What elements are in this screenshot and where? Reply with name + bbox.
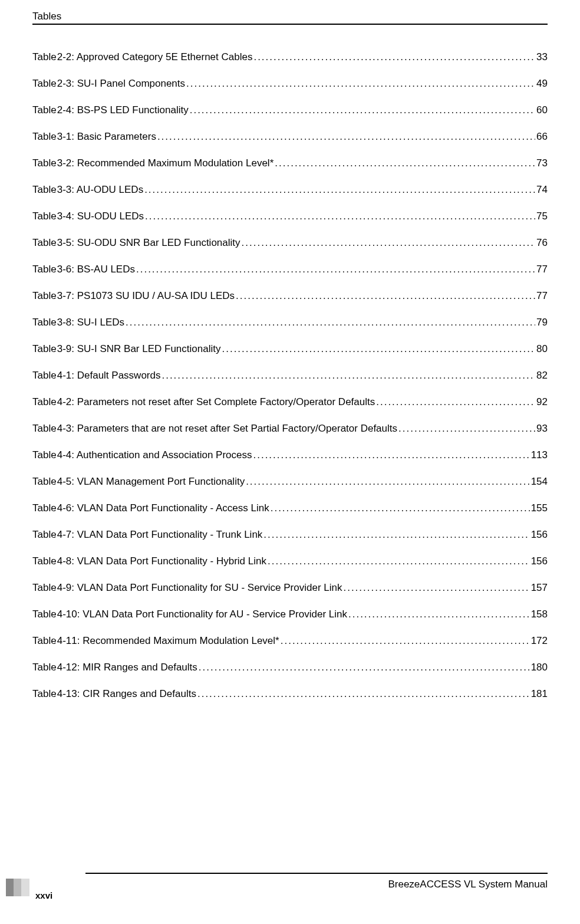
toc-page-number: 154 [531, 476, 548, 488]
toc-title: Table 4-3: Parameters that are not reset… [32, 423, 397, 435]
toc-page-number: 74 [536, 184, 548, 196]
toc-title: Table 4-10: VLAN Data Port Functionality… [32, 609, 347, 620]
toc-leader-dots: ........................................… [263, 529, 529, 541]
toc-leader-dots: ........................................… [275, 157, 535, 169]
page-number-box: xxvi [32, 879, 52, 900]
toc-title: Table 2-3: SU-I Panel Components [32, 78, 185, 90]
toc-page-number: 82 [536, 370, 548, 382]
toc-entry: Table 4-1: Default Passwords............… [32, 370, 548, 382]
toc-page-number: 113 [531, 449, 548, 461]
toc-entry: Table 4-6: VLAN Data Port Functionality … [32, 502, 548, 514]
toc-title: Table 4-2: Parameters not reset after Se… [32, 396, 375, 408]
toc-leader-dots: ........................................… [190, 104, 535, 116]
toc-leader-dots: ........................................… [236, 290, 535, 302]
toc-entry: Table 4-3: Parameters that are not reset… [32, 423, 548, 435]
toc-page-number: 66 [536, 131, 548, 143]
footer-divider [85, 873, 548, 874]
toc-entry: Table 4-4: Authentication and Associatio… [32, 449, 548, 461]
toc-page-number: 80 [536, 343, 548, 355]
toc-leader-dots: ........................................… [126, 317, 535, 328]
toc-entry: Table 3-3: AU-ODU LEDs..................… [32, 184, 548, 196]
toc-entry: Table 2-4: BS-PS LED Functionality......… [32, 104, 548, 116]
footer-content: xxvi BreezeACCESS VL System Manual [32, 879, 548, 900]
toc-title: Table 3-3: AU-ODU LEDs [32, 184, 143, 196]
toc-leader-dots: ........................................… [253, 51, 535, 63]
toc-leader-dots: ........................................… [376, 396, 535, 408]
toc-page-number: 77 [536, 290, 548, 302]
toc-entry: Table 4-11: Recommended Maximum Modulati… [32, 635, 548, 647]
toc-title: Table 3-6: BS-AU LEDs [32, 264, 135, 275]
toc-page-number: 158 [531, 609, 548, 620]
toc-page-number: 60 [536, 104, 548, 116]
toc-page-number: 77 [536, 264, 548, 275]
toc-page-number: 181 [531, 688, 548, 700]
toc-page-number: 33 [536, 51, 548, 63]
tables-toc-list: Table 2-2: Approved Category 5E Ethernet… [32, 51, 548, 700]
toc-page-number: 73 [536, 157, 548, 169]
toc-title: Table 4-1: Default Passwords [32, 370, 160, 382]
toc-title: Table 4-7: VLAN Data Port Functionality … [32, 529, 262, 541]
toc-page-number: 92 [536, 396, 548, 408]
toc-leader-dots: ........................................… [246, 476, 529, 488]
toc-leader-dots: ........................................… [268, 555, 530, 567]
toc-leader-dots: ........................................… [186, 78, 535, 90]
toc-entry: Table 3-9: SU-I SNR Bar LED Functionalit… [32, 343, 548, 355]
toc-page-number: 172 [531, 635, 548, 647]
toc-entry: Table 3-8: SU-I LEDs....................… [32, 317, 548, 328]
toc-title: Table 3-7: PS1073 SU IDU / AU-SA IDU LED… [32, 290, 235, 302]
toc-page-number: 75 [536, 211, 548, 222]
toc-title: Table 3-5: SU-ODU SNR Bar LED Functional… [32, 237, 240, 249]
toc-entry: Table 4-5: VLAN Management Port Function… [32, 476, 548, 488]
toc-page-number: 156 [531, 555, 548, 567]
toc-title: Table 3-9: SU-I SNR Bar LED Functionalit… [32, 343, 220, 355]
page-header: Tables [32, 11, 548, 25]
toc-page-number: 79 [536, 317, 548, 328]
toc-page-number: 156 [531, 529, 548, 541]
toc-title: Table 3-1: Basic Parameters [32, 131, 156, 143]
toc-entry: Table 4-12: MIR Ranges and Defaults.....… [32, 662, 548, 673]
toc-leader-dots: ........................................… [343, 582, 529, 594]
toc-entry: Table 3-2: Recommended Maximum Modulatio… [32, 157, 548, 169]
toc-title: Table 4-8: VLAN Data Port Functionality … [32, 555, 266, 567]
toc-leader-dots: ........................................… [157, 131, 535, 143]
toc-entry: Table 4-2: Parameters not reset after Se… [32, 396, 548, 408]
toc-page-number: 157 [531, 582, 548, 594]
toc-entry: Table 3-1: Basic Parameters.............… [32, 131, 548, 143]
toc-leader-dots: ........................................… [253, 449, 529, 461]
toc-leader-dots: ........................................… [348, 609, 530, 620]
toc-leader-dots: ........................................… [242, 237, 536, 249]
toc-entry: Table 3-5: SU-ODU SNR Bar LED Functional… [32, 237, 548, 249]
toc-entry: Table 3-4: SU-ODU LEDs..................… [32, 211, 548, 222]
toc-page-number: 93 [536, 423, 548, 435]
toc-entry: Table 4-9: VLAN Data Port Functionality … [32, 582, 548, 594]
toc-title: Table 2-4: BS-PS LED Functionality [32, 104, 189, 116]
manual-title: BreezeACCESS VL System Manual [388, 879, 548, 890]
page-number: xxvi [32, 879, 52, 900]
toc-leader-dots: ........................................… [271, 502, 530, 514]
toc-title: Table 3-2: Recommended Maximum Modulatio… [32, 157, 273, 169]
toc-leader-dots: ........................................… [162, 370, 535, 382]
header-title: Tables [32, 11, 61, 22]
toc-entry: Table 3-6: BS-AU LEDs...................… [32, 264, 548, 275]
toc-leader-dots: ........................................… [281, 635, 530, 647]
toc-leader-dots: ........................................… [136, 264, 535, 275]
toc-title: Table 3-8: SU-I LEDs [32, 317, 124, 328]
toc-entry: Table 2-2: Approved Category 5E Ethernet… [32, 51, 548, 63]
toc-leader-dots: ........................................… [144, 184, 535, 196]
toc-title: Table 4-12: MIR Ranges and Defaults [32, 662, 197, 673]
toc-entry: Table 3-7: PS1073 SU IDU / AU-SA IDU LED… [32, 290, 548, 302]
toc-leader-dots: ........................................… [398, 423, 535, 435]
toc-leader-dots: ........................................… [199, 662, 530, 673]
toc-entry: Table 2-3: SU-I Panel Components........… [32, 78, 548, 90]
toc-leader-dots: ........................................… [145, 211, 535, 222]
toc-page-number: 155 [531, 502, 548, 514]
toc-entry: Table 4-13: CIR Ranges and Defaults.....… [32, 688, 548, 700]
toc-entry: Table 4-8: VLAN Data Port Functionality … [32, 555, 548, 567]
toc-entry: Table 4-10: VLAN Data Port Functionality… [32, 609, 548, 620]
toc-title: Table 4-5: VLAN Management Port Function… [32, 476, 245, 488]
toc-title: Table 3-4: SU-ODU LEDs [32, 211, 144, 222]
toc-title: Table 4-11: Recommended Maximum Modulati… [32, 635, 279, 647]
toc-entry: Table 4-7: VLAN Data Port Functionality … [32, 529, 548, 541]
toc-leader-dots: ........................................… [197, 688, 530, 700]
toc-page-number: 76 [536, 237, 548, 249]
